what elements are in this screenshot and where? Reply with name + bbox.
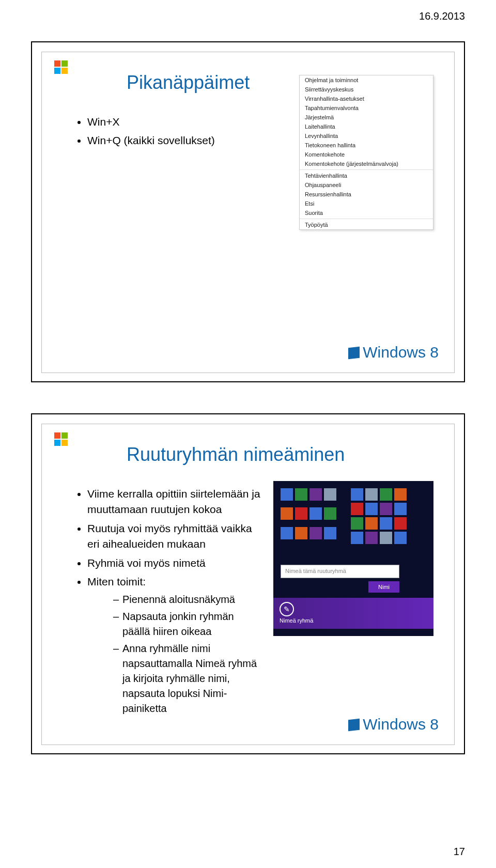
windows-logo-icon [54, 60, 69, 75]
ctx-item[interactable]: Tehtävienhallinta [300, 171, 433, 180]
ctx-item[interactable]: Ohjelmat ja toiminnot [300, 75, 433, 85]
tile-groups [281, 488, 426, 544]
slide-2-subbullets: Pienennä aloitusnäkymä Napsauta jonkin r… [92, 592, 261, 716]
ctx-item[interactable]: Tietokoneen hallinta [300, 141, 433, 150]
ctx-item[interactable]: Resurssienhallinta [300, 190, 433, 199]
document-page: 16.9.2013 Pikanäppäimet Win+X Win+Q (kai… [0, 0, 496, 868]
appbar: ✎ Nimeä ryhmä [273, 598, 433, 629]
ctx-item[interactable]: Virranhallinta-asetukset [300, 94, 433, 103]
ctx-item[interactable]: Laitehallinta [300, 122, 433, 131]
start-screen-mock: Nimeä tämä ruuturyhmä Nimi ✎ Nimeä ryhmä [273, 481, 433, 636]
ctx-item[interactable]: Komentokehote [300, 150, 433, 159]
tile-group[interactable] [351, 488, 407, 544]
slide-1: Pikanäppäimet Win+X Win+Q (kaikki sovell… [31, 41, 465, 382]
ctx-item[interactable]: Työpöytä [300, 220, 433, 229]
slide-2-title: Ruuturyhmän nimeäminen [127, 444, 442, 466]
appbar-label: Nimeä ryhmä [280, 617, 313, 624]
subbullet-item: Napsauta jonkin ryhmän päällä hiiren oik… [113, 609, 261, 639]
windows-brand-icon [348, 347, 360, 359]
ctx-item[interactable]: Etsi [300, 199, 433, 208]
ctx-item[interactable]: Siirrettävyyskeskus [300, 85, 433, 94]
bullet-winq: Win+Q (kaikki sovellukset) [87, 133, 276, 148]
windows8-brand: Windows 8 [348, 344, 439, 361]
header-date: 16.9.2013 [419, 10, 465, 22]
bullet-item: Viime kerralla opittiin siirtelemään ja … [87, 486, 261, 518]
slide-1-inner: Pikanäppäimet Win+X Win+Q (kaikki sovell… [41, 52, 455, 373]
windows-brand-icon [348, 719, 360, 731]
ctx-item[interactable]: Järjestelmä [300, 113, 433, 122]
ctx-item[interactable]: Tapahtumienvalvonta [300, 103, 433, 113]
pencil-icon[interactable]: ✎ [280, 602, 294, 616]
slide-2-bullets: Viime kerralla opittiin siirtelemään ja … [54, 486, 261, 719]
bullet-item: Miten toimit: Pienennä aloitusnäkymä Nap… [87, 574, 261, 716]
page-number: 17 [454, 846, 465, 858]
ctx-item[interactable]: Suorita [300, 208, 433, 218]
windows8-brand-text: Windows 8 [363, 344, 439, 361]
windows8-brand: Windows 8 [348, 716, 439, 733]
windows-logo-icon [54, 432, 69, 447]
subbullet-item: Anna ryhmälle nimi napsauttamalla Nimeä … [113, 641, 261, 716]
windows8-brand-text: Windows 8 [363, 716, 439, 733]
bullet-item-label: Miten toimit: [87, 576, 146, 587]
tile-group[interactable] [281, 488, 336, 544]
bullet-item: Ruutuja voi myös ryhmittää vaikka eri ai… [87, 521, 261, 552]
bullet-item: Ryhmiä voi myös nimetä [87, 555, 261, 571]
ctx-item[interactable]: Komentokehote (järjestelmänvalvoja) [300, 159, 433, 168]
name-button[interactable]: Nimi [368, 581, 399, 593]
slide-2: Ruuturyhmän nimeäminen Viime kerralla op… [31, 413, 465, 754]
ctx-item[interactable]: Ohjauspaneeli [300, 180, 433, 190]
subbullet-item: Pienennä aloitusnäkymä [113, 592, 261, 607]
ctx-item[interactable]: Levynhallinta [300, 131, 433, 141]
slide-1-bullets: Win+X Win+Q (kaikki sovellukset) [54, 114, 276, 149]
group-name-input[interactable]: Nimeä tämä ruuturyhmä [281, 565, 399, 578]
slide-2-inner: Ruuturyhmän nimeäminen Viime kerralla op… [41, 424, 455, 745]
bullet-winx: Win+X [87, 114, 276, 130]
winx-context-menu: Ohjelmat ja toiminnot Siirrettävyyskesku… [299, 75, 433, 230]
